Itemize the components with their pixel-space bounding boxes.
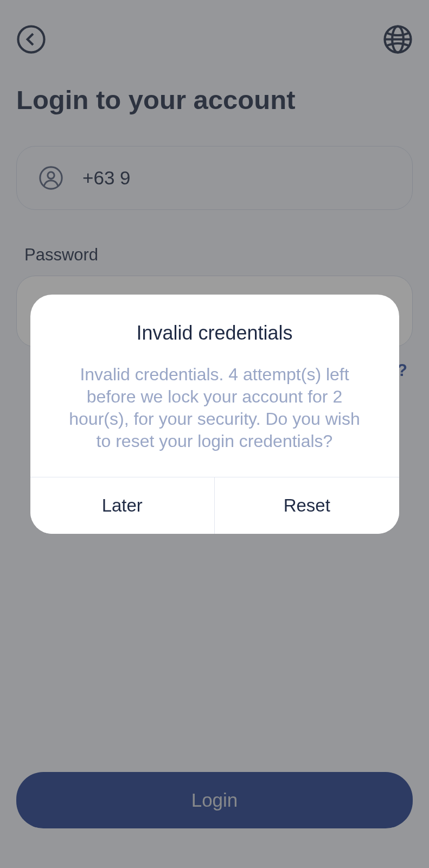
modal-content: Invalid credentials Invalid credentials.…	[30, 295, 399, 477]
invalid-credentials-modal: Invalid credentials Invalid credentials.…	[30, 295, 399, 534]
modal-title: Invalid credentials	[60, 322, 369, 344]
modal-message: Invalid credentials. 4 attempt(s) left b…	[60, 363, 369, 452]
later-button[interactable]: Later	[30, 477, 215, 534]
modal-overlay: Invalid credentials Invalid credentials.…	[0, 0, 429, 868]
reset-button[interactable]: Reset	[215, 477, 399, 534]
modal-buttons: Later Reset	[30, 477, 399, 534]
